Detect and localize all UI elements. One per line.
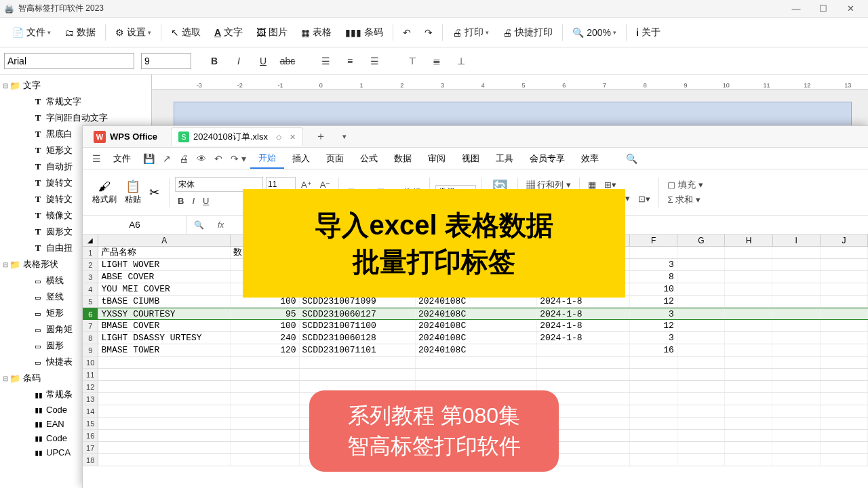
fx-label: fx (211, 220, 231, 230)
tree-cat-text[interactable]: ⊟📁文字 (0, 77, 151, 94)
align-center-button[interactable]: ≡ (340, 52, 360, 70)
cell-reference[interactable] (83, 216, 187, 234)
data-menu[interactable]: 🗂数据 (59, 24, 101, 41)
tree-item[interactable]: T字间距自动文字 (0, 110, 151, 126)
wps-undo[interactable]: ↶ (210, 150, 226, 167)
wps-menu: ☰ 文件 💾 ↗ 🖨 👁 ↶ ↷ ▾ 开始 插入 页面 公式 数据 审阅 视图 … (83, 148, 868, 169)
text-tool[interactable]: A文字 (209, 24, 248, 41)
col-header-i[interactable]: I (773, 235, 821, 246)
table-row[interactable]: 7BMASE COVER100SCDD231007110020240108C20… (83, 320, 868, 332)
wps-print[interactable]: 🖨 (175, 150, 193, 167)
select-tool[interactable]: ↖选取 (165, 24, 206, 41)
tree-item[interactable]: T常规文字 (0, 94, 151, 110)
about-button[interactable]: i关于 (631, 24, 666, 41)
wps-tab-data[interactable]: 数据 (386, 149, 420, 168)
wps-share[interactable]: ↗ (159, 150, 175, 167)
col-header-g[interactable]: G (677, 235, 725, 246)
undo-button[interactable]: ↶ (397, 24, 416, 41)
font-toolbar: B I U abc ☰ ≡ ☰ ⊤ ≣ ⊥ (0, 47, 868, 75)
main-toolbar: 📄文件▾ 🗂数据 ⚙设置▾ ↖选取 A文字 🖼图片 ▦表格 ▮▮▮条码 ↶ ↷ … (0, 18, 868, 47)
align-left-button[interactable]: ☰ (315, 52, 336, 70)
tab-pin-icon[interactable]: ◇ (276, 133, 281, 142)
wps-italic[interactable]: I (189, 195, 197, 207)
tab-close-icon[interactable]: ✕ (290, 133, 296, 142)
fill-button[interactable]: ▢ 填充 ▾ (665, 178, 705, 192)
table-row[interactable]: 10 (83, 357, 868, 369)
settings-menu[interactable]: ⚙设置▾ (110, 24, 157, 41)
wps-tab-formula[interactable]: 公式 (352, 149, 386, 168)
file-menu[interactable]: 📄文件▾ (7, 24, 56, 41)
wps-search-icon[interactable]: 🔍 (622, 150, 642, 167)
valign-bot-button[interactable]: ⊥ (451, 52, 471, 70)
size-select[interactable] (141, 53, 191, 69)
underline-button[interactable]: U (253, 52, 273, 70)
sum-button[interactable]: Σ 求和 ▾ (665, 192, 703, 207)
table-row[interactable]: 11 (83, 369, 868, 381)
wps-tab-start[interactable]: 开始 (250, 148, 284, 169)
tab-menu-button[interactable]: ▾ (338, 132, 351, 141)
maximize-button[interactable]: ☐ (810, 0, 837, 18)
format-brush[interactable]: 🖌格式刷 (88, 180, 121, 205)
wps-tab-eff[interactable]: 效率 (573, 149, 607, 168)
table-row[interactable]: 8LIGHT DSASSY URTESY240SCDD2310060128202… (83, 332, 868, 344)
print-button[interactable]: 🖨打印▾ (447, 24, 494, 41)
col-header-f[interactable]: F (630, 235, 677, 246)
fx-zoom-out[interactable]: 🔍 (187, 220, 211, 230)
redo-button[interactable]: ↷ (419, 24, 438, 41)
paste-button[interactable]: 📋粘贴 (121, 179, 145, 205)
app-title: 智高标签打印软件 2023 (18, 3, 104, 14)
quickprint-button[interactable]: 🖨快捷打印 (497, 24, 558, 41)
bold-button[interactable]: B (204, 52, 224, 70)
app-icon: 🖨️ (4, 4, 14, 14)
cut-button[interactable]: ✂ (145, 185, 163, 200)
ruler: -3-2-1012345678910111213 (152, 75, 868, 89)
wps-bold[interactable]: B (175, 195, 186, 207)
wps-tab-insert[interactable]: 插入 (284, 149, 318, 168)
title-bar: 🖨️ 智高标签打印软件 2023 — ☐ ✕ (0, 0, 868, 18)
col-header-a[interactable]: A (98, 235, 231, 246)
italic-button[interactable]: I (229, 52, 249, 70)
close-button[interactable]: ✕ (837, 0, 864, 18)
image-tool[interactable]: 🖼图片 (251, 24, 293, 41)
tutorial-badge-overlay: 系列教程 第080集 智高标签打印软件 (309, 390, 559, 472)
zoom-control[interactable]: 🔍200%▾ (567, 24, 622, 41)
wps-hamburger[interactable]: ☰ (88, 150, 105, 167)
select-all-corner[interactable]: ◢ (83, 235, 98, 246)
valign-top-button[interactable]: ⊤ (402, 52, 422, 70)
table-row[interactable]: 9BMASE TOWER120SCDD231007110120240108C16 (83, 344, 868, 357)
file-tab[interactable]: S20240108订单.xlsx ◇ ✕ (171, 127, 303, 146)
col-header-h[interactable]: H (725, 235, 772, 246)
wps-preview[interactable]: 👁 (193, 150, 210, 167)
wps-tab-page[interactable]: 页面 (318, 149, 352, 168)
col-header-j[interactable]: J (821, 235, 868, 246)
wps-tab-view[interactable]: 视图 (454, 149, 488, 168)
wps-file-menu[interactable]: 文件 (105, 149, 139, 168)
wps-save[interactable]: 💾 (139, 150, 159, 167)
wps-tab-tools[interactable]: 工具 (488, 149, 521, 168)
font-select[interactable] (4, 53, 134, 69)
table-row[interactable]: 6YXSSY COURTESY95SCDD231006012720240108C… (83, 308, 868, 320)
valign-mid-button[interactable]: ≣ (427, 52, 447, 70)
align-right-button[interactable]: ☰ (364, 52, 384, 70)
wps-redo[interactable]: ↷ ▾ (226, 150, 250, 167)
wps-tab-review[interactable]: 审阅 (420, 149, 454, 168)
wps-underline[interactable]: U (200, 195, 212, 207)
add-tab-button[interactable]: ＋ (311, 129, 330, 144)
table-tool[interactable]: ▦表格 (296, 24, 337, 41)
tutorial-title-overlay: 导入excel 表格数据 批量打印标签 (243, 189, 625, 298)
strike-button[interactable]: abc (277, 52, 298, 70)
barcode-tool[interactable]: ▮▮▮条码 (340, 24, 389, 41)
wps-logo: WWPS Office (87, 131, 164, 143)
wps-tab-bar: WWPS Office S20240108订单.xlsx ◇ ✕ ＋ ▾ (83, 126, 868, 148)
wps-tab-vip[interactable]: 会员专享 (521, 149, 573, 168)
insert-dd[interactable]: ⊡▾ (635, 192, 653, 205)
minimize-button[interactable]: — (783, 0, 810, 18)
